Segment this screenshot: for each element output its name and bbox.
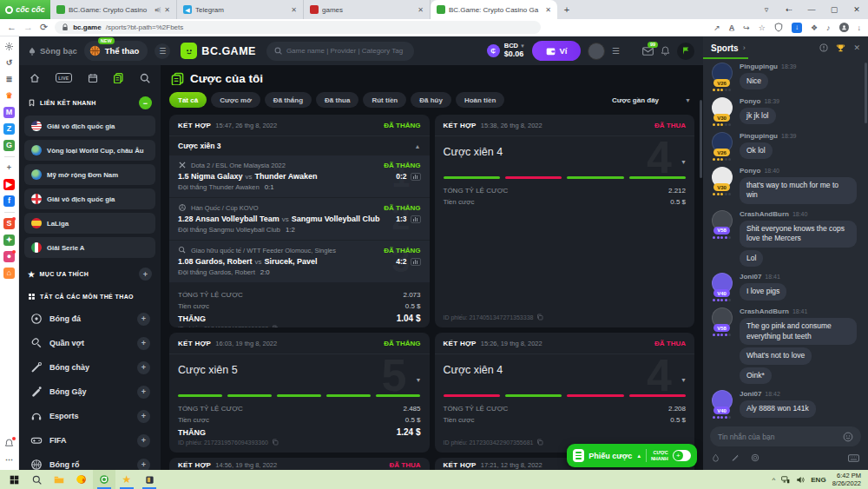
minimize-button[interactable]: — — [800, 5, 823, 14]
file-explorer-icon[interactable] — [48, 470, 70, 489]
tab-close-icon[interactable]: ✕ — [164, 6, 170, 14]
coccoc-taskbar-icon[interactable] — [93, 470, 115, 489]
quick-link-item[interactable]: Vòng loại World Cup, châu Âu — [24, 140, 155, 161]
sports-nav-item[interactable]: Thể thao NEW — [84, 41, 148, 61]
games-icon[interactable]: G — [3, 140, 15, 151]
forward-button[interactable]: → — [23, 23, 33, 32]
taskbar-clock[interactable]: 6:42 PM8/26/2022 — [832, 472, 861, 488]
filter-pill[interactable]: Đã hủy — [411, 92, 451, 108]
chat-username[interactable]: CrashAndBurn18:40 — [740, 210, 807, 218]
filter-pill[interactable]: Rút tiền — [363, 92, 406, 108]
quick-link-item[interactable]: Mỹ mở rộng Đơn Nam — [24, 164, 155, 185]
expand-sport-button[interactable]: + — [137, 434, 150, 447]
browser-tab[interactable]: games✕ — [304, 0, 431, 19]
betslip-button[interactable]: Phiếu cược ▲ CƯỢCNHANH + — [567, 444, 697, 467]
quick-bet-toggle[interactable]: + — [673, 450, 691, 461]
send-to-device-icon[interactable]: ⇠ — [778, 5, 800, 14]
crown-icon[interactable]: ♛ — [3, 90, 15, 102]
add-favorite-button[interactable]: + — [139, 268, 152, 281]
settings-icon[interactable] — [3, 41, 15, 52]
chat-username[interactable]: Joni0718:41 — [740, 273, 780, 281]
browser-tab[interactable]: BC.Game: Crypto Casino🕬✕ — [50, 0, 177, 19]
quick-link-item[interactable]: Giải vô địch quốc gia — [24, 188, 155, 209]
filter-pill[interactable]: Tất cả — [169, 92, 207, 108]
sidebar-sport-fifa[interactable]: FIFA+ — [24, 428, 155, 453]
active-download-icon[interactable]: ↓ — [792, 23, 802, 33]
tab-close-icon[interactable]: ✕ — [545, 6, 551, 14]
site-logo[interactable]: BC.GAME — [181, 43, 256, 59]
chat-scrollbar[interactable] — [865, 63, 867, 123]
firefox-icon[interactable] — [70, 470, 93, 489]
more-icon[interactable]: ⋯ — [3, 454, 15, 466]
profile-avatar-icon[interactable] — [839, 23, 849, 32]
filter-pill[interactable]: Đã thua — [316, 92, 358, 108]
tab-search-icon[interactable]: ▿ — [755, 5, 778, 14]
bookmark-star-icon[interactable]: ☆ — [759, 23, 766, 32]
chat-username[interactable]: Pingupingu18:39 — [740, 132, 797, 140]
browser-tab[interactable]: BC.Game: Crypto Casino Ga✕ — [431, 0, 557, 19]
expand-sport-button[interactable]: + — [137, 459, 150, 471]
new-tab-button[interactable]: + — [557, 0, 576, 19]
add-panel-icon[interactable]: + — [3, 162, 15, 174]
sidebar-sport-tennis[interactable]: Quần vợt+ — [24, 331, 155, 355]
schedule-tab-icon[interactable] — [88, 73, 98, 83]
chat-username[interactable]: CrashAndBurn18:41 — [740, 307, 807, 315]
wallet-button[interactable]: Ví — [532, 41, 581, 61]
stats-icon[interactable] — [411, 215, 421, 223]
close-chat-icon[interactable]: ✕ — [853, 43, 860, 52]
stats-icon[interactable] — [411, 173, 421, 181]
coin-flip-icon[interactable] — [751, 453, 760, 462]
trophy-icon[interactable] — [836, 43, 845, 53]
adblock-shield-icon[interactable] — [774, 23, 783, 32]
sidebar-search-icon[interactable] — [140, 73, 150, 83]
close-button[interactable]: ✕ — [845, 5, 868, 14]
start-button[interactable] — [3, 470, 25, 489]
stats-icon[interactable] — [411, 258, 421, 266]
browser-tab[interactable]: ◀Telegram✕ — [177, 0, 304, 19]
casino-nav-item[interactable]: Sòng bạc — [28, 46, 77, 56]
chat-username[interactable]: Ponyo18:40 — [740, 167, 779, 175]
game-search-input[interactable]: Game name | Provider | Category Tag — [266, 42, 414, 61]
quick-link-item[interactable]: Giải vô địch quốc gia — [24, 116, 155, 136]
quick-link-item[interactable]: LaLiga — [24, 213, 155, 234]
sidebar-sport-baseball[interactable]: Bóng chày+ — [24, 355, 155, 380]
chat-message-input[interactable]: Tin nhắn của bạn — [710, 426, 861, 446]
bet-fold-toggle[interactable]: Cược xiên 3▲ — [169, 136, 430, 155]
sidebar-sport-cricket[interactable]: Bóng Gậy+ — [24, 380, 155, 404]
currency-selector[interactable]: ₵ BCD ▼ $0.06 — [487, 43, 525, 58]
copy-icon[interactable] — [536, 439, 543, 446]
quill-icon[interactable] — [731, 453, 740, 462]
tray-expand-icon[interactable]: ^ — [773, 476, 776, 484]
chat-username[interactable]: Joni0718:42 — [740, 390, 780, 398]
bet-fold-toggle[interactable]: Cược xiên 44▼ — [435, 354, 695, 379]
bell-icon[interactable] — [661, 46, 670, 56]
expand-sport-button[interactable]: + — [137, 410, 150, 423]
copy-icon[interactable] — [272, 325, 279, 327]
chat-rules-icon[interactable] — [819, 43, 828, 52]
youtube-icon[interactable]: ▶ — [3, 179, 15, 190]
shopee-icon[interactable]: S — [3, 218, 15, 229]
menu-toggle-icon[interactable]: ☰ — [155, 43, 170, 59]
emoji-icon[interactable] — [843, 432, 853, 442]
translate-icon[interactable]: A̲ — [729, 23, 735, 32]
expand-sport-button[interactable]: + — [137, 386, 150, 399]
gif-keyboard-icon[interactable] — [848, 454, 859, 462]
filter-pill[interactable]: Cược mở — [211, 92, 260, 108]
home-tab-icon[interactable] — [30, 73, 40, 83]
chat-username[interactable]: Pingupingu18:39 — [740, 63, 797, 70]
quick-link-item[interactable]: Giải Serie A — [24, 237, 155, 258]
back-button[interactable]: ← — [7, 23, 16, 32]
sort-dropdown[interactable]: Cược gần đây▼ — [612, 96, 694, 104]
copy-icon[interactable] — [272, 439, 279, 446]
url-bar[interactable]: bc.game/sports?bt-path=%2Fbets — [55, 21, 541, 34]
rain-tip-icon[interactable] — [712, 453, 720, 463]
user-avatar[interactable] — [588, 43, 605, 60]
open-external-icon[interactable]: ↗ — [713, 23, 720, 32]
taskbar-search-icon[interactable] — [25, 470, 48, 489]
chat-room-label[interactable]: Sports — [711, 43, 739, 53]
bet-fold-toggle[interactable]: Cược xiên 44▼ — [435, 136, 695, 161]
tab-close-icon[interactable]: ✕ — [291, 6, 297, 14]
expand-sport-button[interactable]: + — [137, 337, 150, 350]
notification-bell-icon[interactable] — [3, 438, 15, 449]
tab-audio-icon[interactable]: 🕬 — [155, 7, 161, 13]
